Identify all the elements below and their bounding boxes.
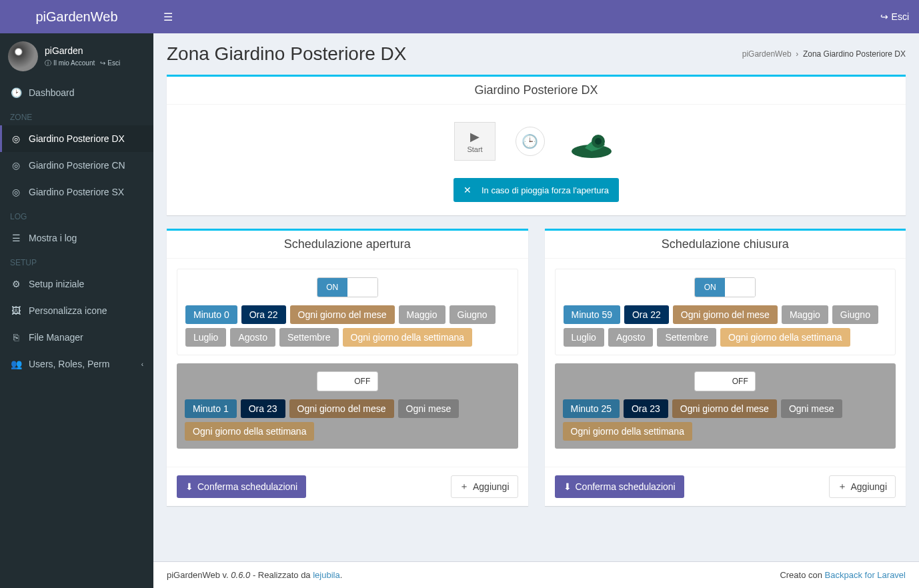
schedule-badge[interactable]: Minuto 25 [563,399,620,418]
schedule-badge[interactable]: Giugno [832,305,878,324]
schedule-toggle[interactable]: OFF [694,371,756,391]
plus-icon: ＋ [838,481,847,493]
sidebar-item-setup-0[interactable]: ⚙Setup iniziale [0,271,153,297]
sidebar-section-log: LOG [0,205,153,225]
download-icon: ⬇ [564,481,572,492]
schedule-open-box: Schedulazione apertura ONMinuto 0Ora 22O… [167,229,528,506]
schedule-badge[interactable]: Ora 23 [624,399,668,418]
schedule-badge[interactable]: Maggio [399,305,445,324]
zone-box-title: Giardino Posteriore DX [167,77,906,105]
signout-icon: ↪ [100,59,105,67]
sidebar-item-setup-1[interactable]: 🖼Personalizza icone [0,297,153,324]
schedule-badge[interactable]: Ogni giorno del mese [290,305,395,324]
setup-icon-3: 👥 [10,359,22,369]
clock-icon: 🕒 [522,133,538,149]
schedule-entry: ONMinuto 59Ora 22Ogni giorno del meseMag… [555,269,896,355]
schedule-badge[interactable]: Ogni giorno della settimana [343,328,472,347]
schedule-entry: ONMinuto 0Ora 22Ogni giorno del meseMagg… [177,269,518,355]
list-icon: ☰ [10,233,22,243]
user-name: piGarden [45,45,120,56]
add-close-button[interactable]: ＋Aggiungi [829,475,896,498]
chevron-left-icon: ‹ [141,361,143,368]
schedule-badge[interactable]: Ogni mese [781,399,842,418]
schedule-badge[interactable]: Ogni giorno del mese [672,399,777,418]
user-panel: piGarden ⓘIl mio Account ↪Esci [0,33,153,79]
sidebar-item-zone-2[interactable]: ◎Giardino Posteriore SX [0,179,153,205]
setup-icon-1: 🖼 [10,305,22,316]
breadcrumb: piGardenWeb › Zona Giardino Posteriore D… [742,49,906,59]
confirm-open-button[interactable]: ⬇Conferma schedulazioni [177,475,306,498]
schedule-entry: OFFMinuto 1Ora 23Ogni giorno del meseOgn… [177,363,518,449]
schedule-badge[interactable]: Settembre [279,328,339,347]
plus-icon: ＋ [460,481,469,493]
play-icon: ▶ [467,129,482,144]
close-icon[interactable]: ✕ [464,185,472,195]
schedule-badge[interactable]: Ogni giorno della settimana [720,328,850,347]
hamburger-icon[interactable]: ☰ [163,11,173,23]
schedule-badge[interactable]: Ogni mese [398,399,460,418]
schedule-badge[interactable]: Ora 23 [241,399,285,418]
toggle-icon: ◎ [10,187,22,197]
schedule-entry: OFFMinuto 25Ora 23Ogni giorno del meseOg… [555,363,896,449]
setup-icon-2: ⎘ [10,332,22,343]
schedule-badge[interactable]: Ora 22 [624,305,669,324]
schedule-open-title: Schedulazione apertura [167,231,528,259]
author-link[interactable]: lejubila [313,570,339,580]
user-icon: ⓘ [45,59,51,68]
toggle-icon: ◎ [10,133,22,144]
breadcrumb-root[interactable]: piGardenWeb [742,49,792,59]
sidebar-item-setup-3[interactable]: 👥Users, Roles, Perm‹ [0,351,153,377]
schedule-toggle[interactable]: OFF [317,371,378,391]
sidebar-item-zone-1[interactable]: ◎Giardino Posteriore CN [0,152,153,179]
schedule-badge[interactable]: Luglio [185,328,226,347]
footer: piGardenWeb v. 0.6.0 - Realizzato da lej… [153,561,919,588]
sidebar-item-log[interactable]: ☰Mostra i log [0,225,153,251]
navbar: ☰ ↪Esci [153,0,919,33]
schedule-badge[interactable]: Minuto 1 [185,399,237,418]
schedule-badge[interactable]: Settembre [657,328,716,347]
sidebar-item-zone-0[interactable]: ◎Giardino Posteriore DX [0,125,153,152]
schedule-badge[interactable]: Luglio [564,328,604,347]
schedule-badge[interactable]: Ogni giorno della settimana [563,422,692,441]
app-logo[interactable]: piGardenWeb [0,0,153,33]
svg-point-2 [595,138,602,145]
user-exit-link[interactable]: ↪Esci [100,59,120,68]
schedule-badge[interactable]: Minuto 0 [185,305,237,324]
sidebar-section-setup: SETUP [0,251,153,271]
signout-icon: ↪ [880,11,888,22]
schedule-badge[interactable]: Giugno [449,305,496,324]
sidebar-item-setup-2[interactable]: ⎘File Manager [0,324,153,351]
schedule-badge[interactable]: Ogni giorno del mese [673,305,778,324]
schedule-badge[interactable]: Ora 22 [241,305,286,324]
navbar-exit-link[interactable]: ↪Esci [880,11,909,22]
sidebar-section-zone: ZONE [0,106,153,125]
schedule-badge[interactable]: Ogni giorno della settimana [185,422,314,441]
sidebar-item-dashboard[interactable]: 🕑Dashboard [0,79,153,106]
dashboard-icon: 🕑 [10,87,22,98]
schedule-badge[interactable]: Agosto [608,328,654,347]
schedule-toggle[interactable]: ON [694,277,756,297]
zone-box: Giardino Posteriore DX ▶ Start 🕒 ✕ [167,75,906,215]
rain-force-callout: ✕ In caso di pioggia forza l'apertura [453,178,619,202]
backpack-link[interactable]: Backpack for Laravel [825,570,906,580]
my-account-link[interactable]: ⓘIl mio Account [45,59,95,68]
start-button[interactable]: ▶ Start [454,122,495,161]
toggle-icon: ◎ [10,160,22,171]
avatar [8,41,38,71]
schedule-button[interactable]: 🕒 [516,127,545,156]
setup-icon-0: ⚙ [10,279,22,289]
schedule-badge[interactable]: Ogni giorno del mese [289,399,394,418]
schedule-badge[interactable]: Minuto 59 [564,305,620,324]
page-title: Zona Giardino Posteriore DX [167,43,407,65]
add-open-button[interactable]: ＋Aggiungi [451,475,518,498]
breadcrumb-current: Zona Giardino Posteriore DX [803,49,906,59]
schedule-close-title: Schedulazione chiusura [545,231,906,259]
sidebar: piGardenWeb piGarden ⓘIl mio Account ↪Es… [0,0,153,588]
schedule-badge[interactable]: Agosto [230,328,275,347]
confirm-close-button[interactable]: ⬇Conferma schedulazioni [555,475,684,498]
schedule-close-box: Schedulazione chiusura ONMinuto 59Ora 22… [545,229,906,506]
schedule-badge[interactable]: Maggio [782,305,828,324]
zone-image [565,121,618,161]
schedule-toggle[interactable]: ON [317,277,378,297]
download-icon: ⬇ [185,481,193,492]
